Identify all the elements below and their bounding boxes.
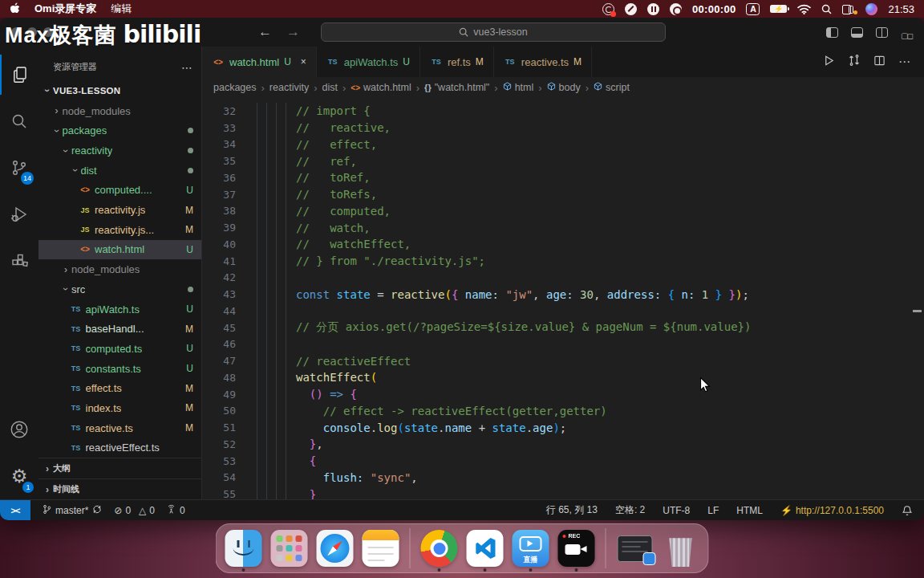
- settings-gear-icon[interactable]: ⚙ 1: [0, 456, 38, 496]
- tree-item-node_modules[interactable]: ›node_modules: [38, 259, 201, 279]
- pause-recording-icon[interactable]: [647, 3, 659, 15]
- dock-notes-icon[interactable]: [362, 526, 400, 571]
- dock-bilibili-live-icon[interactable]: 直播: [512, 526, 550, 571]
- tree-item-reactivity.js...[interactable]: JSreactivity.js...M: [38, 220, 201, 240]
- tree-item-reactive.ts[interactable]: TSreactive.tsM: [38, 418, 201, 438]
- run-debug-icon[interactable]: [0, 194, 38, 234]
- cursor-position-item[interactable]: 行 65, 列 13: [546, 503, 598, 517]
- customize-layout-icon[interactable]: [901, 27, 913, 38]
- command-center-search[interactable]: vue3-lesson: [321, 22, 666, 42]
- tree-item-reactivity[interactable]: ›reactivity: [38, 140, 201, 161]
- tab-reactive.ts[interactable]: TSreactive.tsM: [494, 47, 592, 77]
- tree-item-index.ts[interactable]: TSindex.tsM: [38, 398, 201, 418]
- tree-item-computed....[interactable]: <>computed....U: [38, 181, 201, 201]
- vscode-window: ←→ vue3-lesson: [0, 18, 924, 520]
- spotlight-icon[interactable]: [821, 4, 832, 14]
- breadcrumb-item-dist[interactable]: dist: [322, 82, 338, 93]
- tree-item-apiWatch.ts[interactable]: TSapiWatch.tsU: [38, 299, 201, 320]
- breadcrumb-item-html[interactable]: html: [503, 82, 534, 93]
- navigate-back-icon[interactable]: ←: [258, 24, 272, 40]
- close-tab-icon[interactable]: ×: [301, 56, 306, 67]
- tree-item-watch.html[interactable]: <>watch.htmlU: [38, 240, 201, 260]
- problems-item[interactable]: ⊘0 △0: [114, 505, 155, 516]
- code-editor[interactable]: 32// import {33// reactive,34// effect,3…: [202, 98, 924, 499]
- wifi-icon[interactable]: [797, 4, 811, 14]
- tab-watch.html[interactable]: <>watch.htmlU×: [202, 47, 317, 77]
- tree-item-computed.ts[interactable]: TScomputed.tsU: [38, 339, 201, 359]
- explorer-sidebar: 资源管理器 ⋯ › VUE3-LESSON ›node_modules›pack…: [38, 47, 202, 499]
- tab-ref.ts[interactable]: TSref.tsM: [420, 47, 494, 77]
- notifications-bell-icon[interactable]: [902, 505, 913, 516]
- search-sidebar-icon[interactable]: [0, 101, 38, 141]
- tree-item-node_modules[interactable]: ›node_modules: [38, 101, 201, 121]
- dock-vscode-icon[interactable]: [466, 526, 505, 571]
- breadcrumb-item-script[interactable]: script: [594, 82, 630, 93]
- battery-icon[interactable]: ⚡: [770, 5, 787, 14]
- run-file-icon[interactable]: [823, 55, 835, 70]
- file-name: effect.ts: [86, 382, 122, 394]
- breadcrumb-label: "watch.html": [435, 82, 490, 93]
- annotate-icon[interactable]: [625, 3, 637, 15]
- language-mode-item[interactable]: HTML: [736, 505, 763, 516]
- toggle-sidebar-icon[interactable]: [826, 27, 838, 38]
- ports-item[interactable]: 0: [166, 504, 185, 517]
- dock-window-preview-icon[interactable]: [616, 526, 654, 571]
- open-changes-icon[interactable]: [848, 54, 861, 70]
- explorer-icon[interactable]: [0, 55, 38, 95]
- indent-guides: [257, 270, 293, 287]
- outline-section[interactable]: › 大纲: [38, 458, 201, 478]
- encoding-item[interactable]: UTF-8: [663, 505, 690, 516]
- breadcrumb-item--watch.html-[interactable]: {}"watch.html": [424, 82, 489, 93]
- tree-item-reactivity.js[interactable]: JSreactivity.jsM: [38, 200, 201, 220]
- recorder-app-icon[interactable]: [602, 3, 614, 15]
- tree-item-src[interactable]: ›src: [38, 279, 201, 299]
- breadcrumb-separator-icon: ›: [314, 82, 317, 94]
- apple-menu-icon[interactable]: [10, 2, 20, 15]
- tree-item-baseHandl...[interactable]: TSbaseHandl...M: [38, 319, 201, 339]
- split-editor-layout-icon[interactable]: [876, 27, 888, 38]
- siri-icon[interactable]: [865, 3, 877, 15]
- tree-item-constants.ts[interactable]: TSconstants.tsU: [38, 359, 201, 379]
- stop-recording-icon[interactable]: [670, 3, 682, 15]
- breadcrumb-item-watch.html[interactable]: <>watch.html: [351, 82, 411, 93]
- dock-finder-icon[interactable]: [225, 526, 263, 571]
- git-branch-item[interactable]: master*: [42, 504, 103, 517]
- breadcrumb-item-reactivity[interactable]: reactivity: [270, 82, 309, 93]
- indentation-item[interactable]: 空格: 2: [615, 503, 645, 517]
- extensions-icon[interactable]: [0, 241, 38, 281]
- dock-chrome-icon[interactable]: [420, 526, 459, 571]
- breadcrumb-item-body[interactable]: body: [547, 82, 581, 93]
- live-server-item[interactable]: ⚡ http://127.0.0.1:5500: [780, 505, 884, 516]
- dock-screen-recorder-icon[interactable]: REC: [557, 526, 596, 571]
- dock-safari-icon[interactable]: [316, 526, 355, 571]
- input-method-badge[interactable]: A: [746, 3, 760, 15]
- breadcrumb-item-packages[interactable]: packages: [213, 82, 257, 93]
- tree-item-reactiveEffect.ts[interactable]: TSreactiveEffect.ts: [38, 438, 201, 458]
- line-number: 35: [202, 155, 236, 167]
- menubar-app-name[interactable]: Omi录屏专家: [34, 2, 96, 16]
- remote-indicator[interactable]: ><: [0, 500, 30, 520]
- toggle-panel-icon[interactable]: [851, 27, 863, 38]
- timeline-section[interactable]: › 时间线: [38, 478, 201, 499]
- source-control-icon[interactable]: 14: [0, 148, 38, 188]
- tree-item-effect.ts[interactable]: TSeffect.tsM: [38, 378, 201, 398]
- control-center-icon[interactable]: [842, 4, 855, 14]
- dock-launchpad-icon[interactable]: [270, 526, 309, 571]
- eol-item[interactable]: LF: [707, 505, 719, 516]
- running-indicator-dot: [575, 568, 578, 572]
- tree-item-dist[interactable]: ›dist: [38, 161, 201, 181]
- explorer-actions-icon[interactable]: ⋯: [181, 61, 193, 74]
- navigate-forward-icon[interactable]: →: [286, 24, 300, 40]
- chevron-down-icon: ›: [51, 125, 63, 136]
- tab-apiWatch.ts[interactable]: TSapiWatch.tsU: [317, 47, 420, 77]
- menubar-edit-menu[interactable]: 编辑: [111, 2, 132, 16]
- tree-item-packages[interactable]: ›packages: [38, 121, 201, 141]
- file-name: node_modules: [71, 263, 140, 275]
- more-actions-icon[interactable]: ⋯: [898, 55, 911, 69]
- dock-trash-icon[interactable]: [662, 526, 700, 571]
- braces-icon: {}: [424, 83, 432, 92]
- split-editor-icon[interactable]: [873, 55, 886, 70]
- accounts-icon[interactable]: [0, 409, 38, 450]
- scrollbar-marker[interactable]: [913, 310, 922, 312]
- project-root-folder[interactable]: › VUE3-LESSON: [38, 80, 201, 101]
